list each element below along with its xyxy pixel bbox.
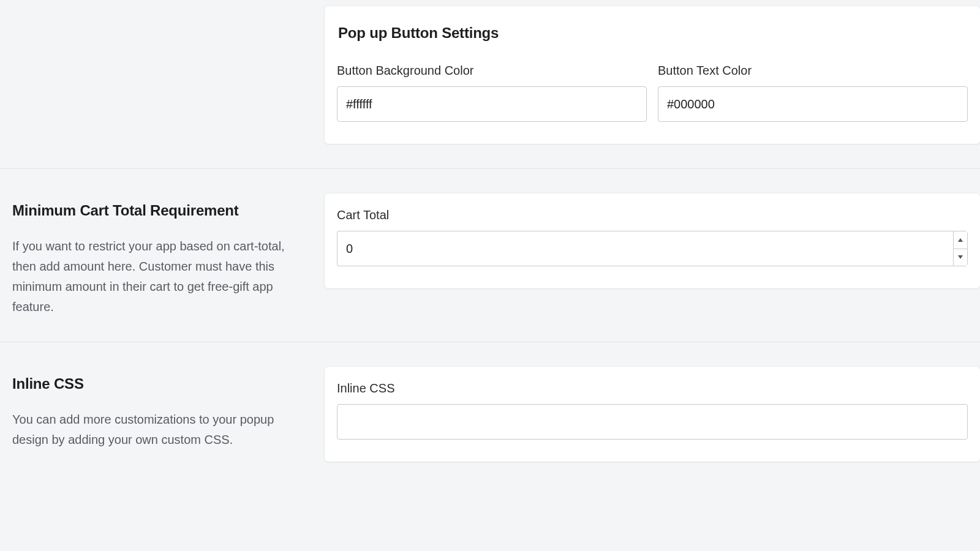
button-bg-color-label: Button Background Color (337, 64, 647, 78)
cart-total-step-down[interactable] (954, 249, 967, 266)
min-cart-title: Minimum Cart Total Requirement (12, 202, 300, 219)
inline-css-meta: Inline CSS You can add more customizatio… (12, 367, 300, 450)
field-cart-total: Cart Total (337, 208, 968, 266)
min-cart-card: Cart Total (325, 193, 980, 288)
section-inline-css: Inline CSS You can add more customizatio… (0, 342, 980, 486)
popup-button-card: Pop up Button Settings Button Background… (325, 6, 980, 144)
min-cart-meta: Minimum Cart Total Requirement If you wa… (12, 193, 300, 317)
cart-total-step-up[interactable] (954, 231, 967, 249)
button-bg-color-input[interactable] (337, 86, 647, 122)
popup-button-title: Pop up Button Settings (338, 24, 968, 42)
popup-button-fields: Button Background Color Button Text Colo… (337, 64, 968, 122)
cart-total-stepper (953, 231, 968, 266)
inline-css-label: Inline CSS (337, 381, 968, 395)
section-min-cart: Minimum Cart Total Requirement If you wa… (0, 169, 980, 342)
chevron-down-icon (958, 255, 963, 259)
inline-css-title: Inline CSS (12, 375, 300, 392)
inline-css-card: Inline CSS (325, 367, 980, 462)
field-button-text-color: Button Text Color (658, 64, 968, 122)
field-inline-css: Inline CSS (337, 381, 968, 440)
button-text-color-label: Button Text Color (658, 64, 968, 78)
cart-total-input[interactable] (337, 231, 953, 266)
button-text-color-input[interactable] (658, 86, 968, 122)
section-popup-button: Pop up Button Settings Button Background… (0, 0, 980, 169)
field-button-bg-color: Button Background Color (337, 64, 647, 122)
inline-css-input[interactable] (337, 404, 968, 440)
min-cart-description: If you want to restrict your app based o… (12, 236, 288, 317)
cart-total-label: Cart Total (337, 208, 968, 222)
cart-total-input-wrap (337, 231, 968, 266)
inline-css-description: You can add more customizations to your … (12, 410, 288, 450)
chevron-up-icon (958, 238, 963, 242)
